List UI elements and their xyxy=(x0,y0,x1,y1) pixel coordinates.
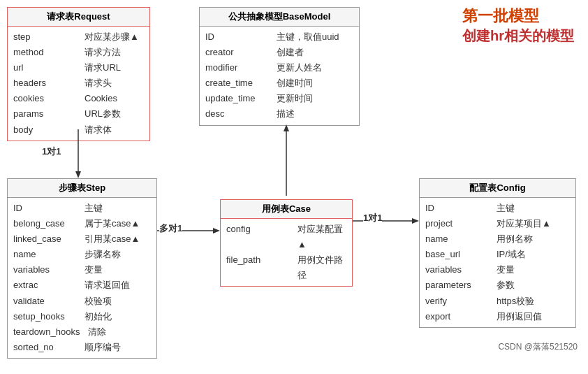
case-table: 用例表Case config对应某配置▲ file_path用例文件路径 xyxy=(220,199,353,287)
basemodel-table-fields: ID主键，取值uuid creator创建者 modifier更新人姓名 cre… xyxy=(200,27,359,125)
field-row: creator创建者 xyxy=(205,45,353,60)
field-row: desc描述 xyxy=(205,106,353,122)
field-row: ID主键，取值uuid xyxy=(205,29,353,45)
arrow-label-1to1-left: 1对1 xyxy=(42,145,61,158)
request-table-fields: step对应某步骤▲ method请求方法 url请求URL headers请求… xyxy=(8,27,149,141)
request-table: 请求表Request step对应某步骤▲ method请求方法 url请求UR… xyxy=(7,7,150,141)
field-row: belong_case属于某case▲ xyxy=(13,216,151,231)
field-row: url请求URL xyxy=(13,60,144,75)
step-table-fields: ID主键 belong_case属于某case▲ linked_case引用某c… xyxy=(8,198,156,358)
field-row: ID主键 xyxy=(13,201,151,216)
step-table-title: 步骤表Step xyxy=(8,179,156,198)
field-row: parameters参数 xyxy=(425,278,570,293)
field-row: ID主键 xyxy=(425,201,570,216)
title-line1: 第一批模型 xyxy=(462,6,574,27)
basemodel-table-title: 公共抽象模型BaseModel xyxy=(200,8,359,27)
arrow-label-many-to-one: 多对1 xyxy=(159,222,182,235)
field-row: paramsURL参数 xyxy=(13,106,144,122)
case-table-fields: config对应某配置▲ file_path用例文件路径 xyxy=(221,219,352,286)
field-row: body请求体 xyxy=(13,122,144,138)
request-table-title: 请求表Request xyxy=(8,8,149,27)
field-row: validate校验项 xyxy=(13,294,151,309)
field-row: step对应某步骤▲ xyxy=(13,29,144,45)
field-row: setup_hooks初始化 xyxy=(13,309,151,324)
case-table-title: 用例表Case xyxy=(221,200,352,219)
field-row: file_path用例文件路径 xyxy=(226,252,346,283)
title-area: 第一批模型 创建hr相关的模型 xyxy=(462,6,574,45)
footer: CSDN @落落521520 xyxy=(498,341,578,353)
field-row: method请求方法 xyxy=(13,45,144,60)
field-row: linked_case引用某case▲ xyxy=(13,231,151,247)
step-table: 步骤表Step ID主键 belong_case属于某case▲ linked_… xyxy=(7,178,157,359)
field-row: update_time更新时间 xyxy=(205,91,353,106)
title-line2: 创建hr相关的模型 xyxy=(462,27,574,45)
field-row: variables变量 xyxy=(13,262,151,278)
field-row: teardown_hooks清除 xyxy=(13,324,151,340)
field-row: verifyhttps校验 xyxy=(425,294,570,309)
field-row: name用例名称 xyxy=(425,231,570,247)
field-row: config对应某配置▲ xyxy=(226,222,346,252)
svg-marker-5 xyxy=(412,218,419,224)
config-table-fields: ID主键 project对应某项目▲ name用例名称 base_urlIP/域… xyxy=(420,198,575,327)
field-row: sorted_no顺序编号 xyxy=(13,340,151,355)
basemodel-table: 公共抽象模型BaseModel ID主键，取值uuid creator创建者 m… xyxy=(199,7,360,126)
field-row: extrac请求返回值 xyxy=(13,278,151,293)
field-row: cookiesCookies xyxy=(13,91,144,106)
svg-marker-3 xyxy=(213,228,220,233)
field-row: headers请求头 xyxy=(13,75,144,91)
field-row: modifier更新人姓名 xyxy=(205,60,353,75)
field-row: create_time创建时间 xyxy=(205,75,353,91)
diagram-container: 第一批模型 创建hr相关的模型 请求表Request step对应某步骤▲ me… xyxy=(0,0,588,357)
field-row: base_urlIP/域名 xyxy=(425,247,570,262)
config-table: 配置表Config ID主键 project对应某项目▲ name用例名称 ba… xyxy=(419,178,576,328)
field-row: variables变量 xyxy=(425,262,570,278)
field-row: name步骤名称 xyxy=(13,247,151,262)
field-row: project对应某项目▲ xyxy=(425,216,570,231)
arrow-label-1to1-right: 1对1 xyxy=(363,212,382,224)
field-row: export用例返回值 xyxy=(425,309,570,324)
svg-marker-1 xyxy=(75,171,81,178)
config-table-title: 配置表Config xyxy=(420,179,575,198)
